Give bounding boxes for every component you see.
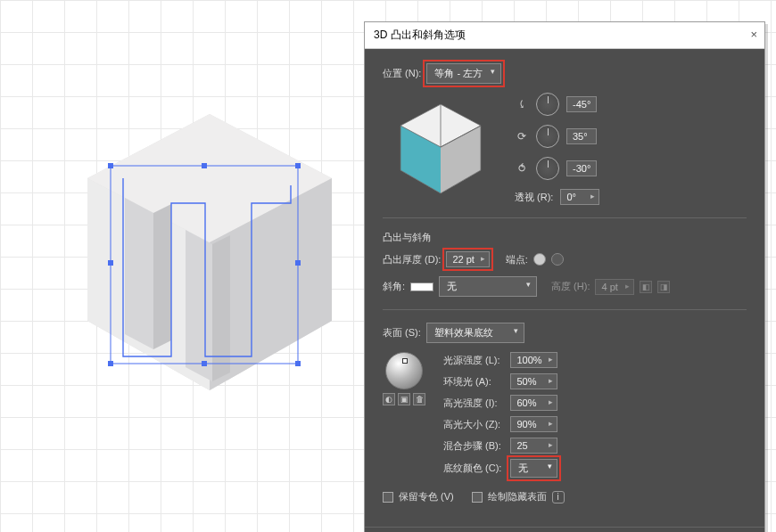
surface-label: 表面 (S):: [383, 326, 421, 340]
extrude-depth-field[interactable]: 22 pt: [446, 251, 489, 267]
svg-rect-9: [108, 163, 113, 168]
rotation-z-dial[interactable]: [536, 157, 559, 180]
shade-color-dropdown[interactable]: 无: [510, 459, 557, 478]
draw-hidden-checkbox[interactable]: [472, 492, 483, 503]
new-light-icon[interactable]: ▣: [398, 393, 410, 405]
svg-rect-11: [295, 163, 301, 168]
axis-x-icon: ⤹: [515, 98, 529, 110]
position-label: 位置 (N):: [383, 67, 421, 80]
extrude-section-label: 凸出与斜角: [383, 231, 747, 244]
bevel-out-icon[interactable]: ◨: [657, 281, 670, 293]
bevel-label: 斜角:: [383, 280, 405, 293]
ambient-light-field[interactable]: 50%: [510, 373, 557, 389]
rotation-x-dial[interactable]: [536, 93, 559, 116]
bevel-height-label: 高度 (H):: [551, 280, 590, 293]
svg-marker-6: [186, 230, 212, 381]
blend-steps-label: 混合步骤 (B):: [443, 439, 501, 453]
svg-rect-12: [108, 260, 113, 266]
cap-off-button[interactable]: [551, 253, 564, 266]
rotation-z-field[interactable]: -30°: [566, 160, 597, 176]
ambient-light-label: 环境光 (A):: [443, 375, 501, 389]
blend-steps-field[interactable]: 25: [510, 438, 557, 454]
delete-light-icon[interactable]: 🗑: [413, 393, 425, 405]
canvas-3d-shape[interactable]: [71, 107, 348, 401]
extrude-depth-label: 凸出厚度 (D):: [383, 253, 441, 266]
svg-marker-4: [125, 198, 153, 349]
rotation-y-field[interactable]: 35°: [566, 128, 597, 144]
cap-label: 端点:: [506, 253, 528, 266]
back-light-icon[interactable]: ◐: [383, 393, 395, 405]
svg-rect-15: [202, 361, 207, 366]
perspective-label: 透视 (R):: [515, 191, 553, 204]
bevel-height-field[interactable]: 4 pt: [595, 279, 634, 295]
rotation-cube-preview[interactable]: [383, 93, 499, 200]
highlight-intensity-field[interactable]: 60%: [510, 395, 557, 411]
position-dropdown[interactable]: 等角 - 左方: [426, 63, 501, 84]
axis-z-icon: ⥀: [515, 162, 529, 175]
svg-rect-14: [108, 361, 113, 366]
axis-y-icon: ⟳: [515, 130, 529, 143]
cap-on-button[interactable]: [533, 253, 546, 266]
highlight-size-field[interactable]: 90%: [510, 416, 557, 432]
bevel-in-icon[interactable]: ◧: [640, 281, 652, 293]
info-icon[interactable]: i: [552, 491, 565, 503]
dialog-title: 3D 凸出和斜角选项: [365, 22, 764, 49]
svg-rect-13: [295, 260, 301, 266]
draw-hidden-label: 绘制隐藏表面: [488, 490, 547, 503]
light-intensity-field[interactable]: 100%: [510, 352, 557, 368]
preserve-spot-label: 保留专色 (V): [399, 490, 454, 503]
preserve-spot-checkbox[interactable]: [383, 492, 393, 503]
surface-dropdown[interactable]: 塑料效果底纹: [426, 323, 524, 343]
svg-rect-10: [202, 163, 207, 168]
highlight-size-label: 高光大小 (Z):: [443, 418, 501, 431]
close-icon[interactable]: ×: [750, 28, 757, 41]
perspective-field[interactable]: 0°: [560, 189, 599, 205]
bevel-dropdown[interactable]: 无: [439, 276, 537, 297]
rotation-x-field[interactable]: -45°: [566, 96, 597, 112]
bevel-swatch: [410, 282, 433, 291]
rotation-y-dial[interactable]: [536, 125, 559, 148]
dialog-3d-extrude-bevel: 3D 凸出和斜角选项 × 位置 (N): 等角 - 左方: [364, 21, 765, 532]
highlight-intensity-label: 高光强度 (I):: [443, 397, 501, 410]
shade-color-label: 底纹颜色 (C):: [443, 462, 501, 475]
light-intensity-label: 光源强度 (L):: [443, 354, 501, 367]
svg-marker-7: [212, 235, 230, 381]
svg-rect-16: [295, 361, 301, 366]
light-sphere-preview[interactable]: [385, 352, 423, 389]
svg-marker-5: [153, 204, 171, 349]
